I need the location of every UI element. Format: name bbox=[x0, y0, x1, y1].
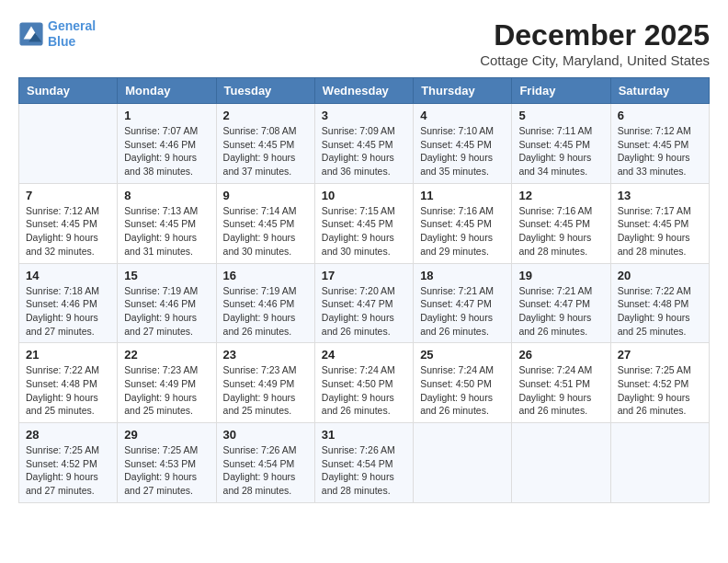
calendar-cell: 19Sunrise: 7:21 AM Sunset: 4:47 PM Dayli… bbox=[512, 263, 610, 343]
column-header-thursday: Thursday bbox=[414, 78, 512, 104]
cell-content: Sunrise: 7:25 AM Sunset: 4:53 PM Dayligh… bbox=[124, 443, 209, 498]
cell-content: Sunrise: 7:09 AM Sunset: 4:45 PM Dayligh… bbox=[322, 124, 406, 178]
day-number: 4 bbox=[420, 109, 505, 122]
cell-content: Sunrise: 7:19 AM Sunset: 4:46 PM Dayligh… bbox=[223, 284, 308, 339]
calendar-cell: 6Sunrise: 7:12 AM Sunset: 4:45 PM Daylig… bbox=[610, 104, 709, 184]
cell-content: Sunrise: 7:16 AM Sunset: 4:45 PM Dayligh… bbox=[518, 204, 603, 259]
calendar-cell: 10Sunrise: 7:15 AM Sunset: 4:45 PM Dayli… bbox=[314, 183, 413, 263]
day-number: 16 bbox=[223, 269, 308, 282]
day-number: 31 bbox=[322, 428, 406, 442]
logo-line2: Blue bbox=[48, 34, 75, 49]
day-number: 12 bbox=[518, 189, 603, 202]
cell-content: Sunrise: 7:26 AM Sunset: 4:54 PM Dayligh… bbox=[223, 443, 308, 498]
calendar-cell: 3Sunrise: 7:09 AM Sunset: 4:45 PM Daylig… bbox=[314, 104, 413, 184]
calendar-cell: 30Sunrise: 7:26 AM Sunset: 4:54 PM Dayli… bbox=[216, 423, 314, 503]
day-number: 15 bbox=[124, 269, 209, 282]
cell-content: Sunrise: 7:07 AM Sunset: 4:46 PM Dayligh… bbox=[124, 124, 209, 178]
calendar-cell: 29Sunrise: 7:25 AM Sunset: 4:53 PM Dayli… bbox=[118, 423, 216, 503]
logo-text: General Blue bbox=[48, 18, 96, 50]
calendar-row: 1Sunrise: 7:07 AM Sunset: 4:46 PM Daylig… bbox=[19, 104, 710, 184]
cell-content: Sunrise: 7:23 AM Sunset: 4:49 PM Dayligh… bbox=[223, 363, 308, 418]
cell-content: Sunrise: 7:08 AM Sunset: 4:45 PM Dayligh… bbox=[223, 124, 308, 178]
cell-content: Sunrise: 7:11 AM Sunset: 4:45 PM Dayligh… bbox=[518, 124, 603, 178]
cell-content: Sunrise: 7:26 AM Sunset: 4:54 PM Dayligh… bbox=[322, 443, 406, 498]
cell-content: Sunrise: 7:21 AM Sunset: 4:47 PM Dayligh… bbox=[518, 284, 603, 339]
cell-content: Sunrise: 7:14 AM Sunset: 4:45 PM Dayligh… bbox=[223, 204, 308, 259]
day-number: 24 bbox=[322, 348, 406, 362]
calendar-cell: 11Sunrise: 7:16 AM Sunset: 4:45 PM Dayli… bbox=[414, 183, 512, 263]
day-number: 26 bbox=[518, 348, 603, 362]
calendar-cell: 22Sunrise: 7:23 AM Sunset: 4:49 PM Dayli… bbox=[118, 343, 216, 423]
calendar-cell: 13Sunrise: 7:17 AM Sunset: 4:45 PM Dayli… bbox=[610, 183, 709, 263]
calendar-cell: 7Sunrise: 7:12 AM Sunset: 4:45 PM Daylig… bbox=[19, 183, 118, 263]
column-header-tuesday: Tuesday bbox=[216, 78, 314, 104]
calendar-cell: 2Sunrise: 7:08 AM Sunset: 4:45 PM Daylig… bbox=[216, 104, 314, 184]
day-number: 29 bbox=[124, 428, 209, 442]
day-number: 7 bbox=[26, 189, 110, 202]
logo-line1: General bbox=[48, 18, 96, 33]
cell-content: Sunrise: 7:21 AM Sunset: 4:47 PM Dayligh… bbox=[420, 284, 505, 339]
day-number: 30 bbox=[223, 428, 308, 442]
calendar-row: 21Sunrise: 7:22 AM Sunset: 4:48 PM Dayli… bbox=[19, 343, 710, 423]
calendar-cell: 15Sunrise: 7:19 AM Sunset: 4:46 PM Dayli… bbox=[118, 263, 216, 343]
cell-content: Sunrise: 7:22 AM Sunset: 4:48 PM Dayligh… bbox=[618, 284, 702, 339]
calendar-row: 28Sunrise: 7:25 AM Sunset: 4:52 PM Dayli… bbox=[19, 423, 710, 503]
calendar-table: SundayMondayTuesdayWednesdayThursdayFrid… bbox=[18, 77, 710, 503]
day-number: 18 bbox=[420, 269, 505, 282]
calendar-cell: 9Sunrise: 7:14 AM Sunset: 4:45 PM Daylig… bbox=[216, 183, 314, 263]
calendar-cell bbox=[19, 104, 118, 184]
cell-content: Sunrise: 7:23 AM Sunset: 4:49 PM Dayligh… bbox=[124, 363, 209, 418]
calendar-cell: 5Sunrise: 7:11 AM Sunset: 4:45 PM Daylig… bbox=[512, 104, 610, 184]
calendar-row: 7Sunrise: 7:12 AM Sunset: 4:45 PM Daylig… bbox=[19, 183, 710, 263]
calendar-cell: 21Sunrise: 7:22 AM Sunset: 4:48 PM Dayli… bbox=[19, 343, 118, 423]
subtitle: Cottage City, Maryland, United States bbox=[480, 52, 710, 68]
day-number: 25 bbox=[420, 348, 505, 362]
cell-content: Sunrise: 7:24 AM Sunset: 4:50 PM Dayligh… bbox=[420, 363, 505, 418]
calendar-cell: 16Sunrise: 7:19 AM Sunset: 4:46 PM Dayli… bbox=[216, 263, 314, 343]
cell-content: Sunrise: 7:20 AM Sunset: 4:47 PM Dayligh… bbox=[322, 284, 406, 339]
calendar-cell: 20Sunrise: 7:22 AM Sunset: 4:48 PM Dayli… bbox=[610, 263, 709, 343]
calendar-cell: 1Sunrise: 7:07 AM Sunset: 4:46 PM Daylig… bbox=[118, 104, 216, 184]
cell-content: Sunrise: 7:17 AM Sunset: 4:45 PM Dayligh… bbox=[618, 204, 702, 259]
title-block: December 2025 Cottage City, Maryland, Un… bbox=[480, 18, 710, 68]
cell-content: Sunrise: 7:15 AM Sunset: 4:45 PM Dayligh… bbox=[322, 204, 406, 259]
calendar-cell: 8Sunrise: 7:13 AM Sunset: 4:45 PM Daylig… bbox=[118, 183, 216, 263]
cell-content: Sunrise: 7:12 AM Sunset: 4:45 PM Dayligh… bbox=[618, 124, 702, 178]
calendar-cell bbox=[610, 423, 709, 503]
day-number: 23 bbox=[223, 348, 308, 362]
column-header-friday: Friday bbox=[512, 78, 610, 104]
column-header-sunday: Sunday bbox=[19, 78, 118, 104]
column-header-wednesday: Wednesday bbox=[314, 78, 413, 104]
calendar-cell: 17Sunrise: 7:20 AM Sunset: 4:47 PM Dayli… bbox=[314, 263, 413, 343]
cell-content: Sunrise: 7:13 AM Sunset: 4:45 PM Dayligh… bbox=[124, 204, 209, 259]
cell-content: Sunrise: 7:24 AM Sunset: 4:51 PM Dayligh… bbox=[518, 363, 603, 418]
column-header-saturday: Saturday bbox=[610, 78, 709, 104]
day-number: 2 bbox=[223, 109, 308, 122]
day-number: 19 bbox=[518, 269, 603, 282]
day-number: 3 bbox=[322, 109, 406, 122]
page-header: General Blue December 2025 Cottage City,… bbox=[18, 18, 710, 68]
day-number: 17 bbox=[322, 269, 406, 282]
calendar-cell: 27Sunrise: 7:25 AM Sunset: 4:52 PM Dayli… bbox=[610, 343, 709, 423]
day-number: 9 bbox=[223, 189, 308, 202]
day-number: 5 bbox=[518, 109, 603, 122]
day-number: 1 bbox=[124, 109, 209, 122]
main-title: December 2025 bbox=[480, 18, 710, 52]
logo-icon bbox=[18, 21, 44, 47]
day-number: 6 bbox=[618, 109, 702, 122]
calendar-cell: 12Sunrise: 7:16 AM Sunset: 4:45 PM Dayli… bbox=[512, 183, 610, 263]
day-number: 10 bbox=[322, 189, 406, 202]
cell-content: Sunrise: 7:12 AM Sunset: 4:45 PM Dayligh… bbox=[26, 204, 110, 259]
calendar-cell bbox=[414, 423, 512, 503]
calendar-row: 14Sunrise: 7:18 AM Sunset: 4:46 PM Dayli… bbox=[19, 263, 710, 343]
calendar-cell: 26Sunrise: 7:24 AM Sunset: 4:51 PM Dayli… bbox=[512, 343, 610, 423]
calendar-header: SundayMondayTuesdayWednesdayThursdayFrid… bbox=[19, 78, 710, 104]
cell-content: Sunrise: 7:25 AM Sunset: 4:52 PM Dayligh… bbox=[26, 443, 110, 498]
calendar-cell: 24Sunrise: 7:24 AM Sunset: 4:50 PM Dayli… bbox=[314, 343, 413, 423]
calendar-cell: 25Sunrise: 7:24 AM Sunset: 4:50 PM Dayli… bbox=[414, 343, 512, 423]
calendar-cell: 14Sunrise: 7:18 AM Sunset: 4:46 PM Dayli… bbox=[19, 263, 118, 343]
cell-content: Sunrise: 7:25 AM Sunset: 4:52 PM Dayligh… bbox=[618, 363, 702, 418]
day-number: 11 bbox=[420, 189, 505, 202]
day-number: 13 bbox=[618, 189, 702, 202]
calendar-cell: 23Sunrise: 7:23 AM Sunset: 4:49 PM Dayli… bbox=[216, 343, 314, 423]
